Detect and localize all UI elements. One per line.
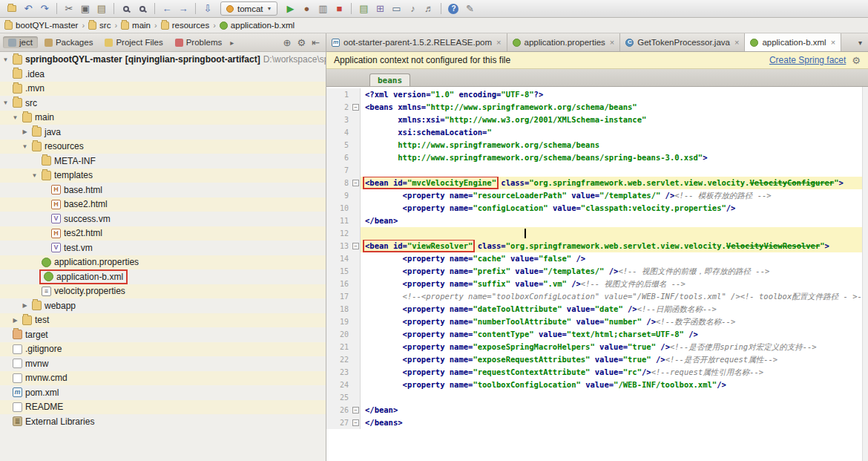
preview-icon[interactable]: ▭ <box>389 2 404 16</box>
code-line-12[interactable]: 12 <box>326 227 862 240</box>
code-line-17[interactable]: 17 <!--<property name="toolboxConfigLoca… <box>326 290 862 303</box>
overflow-chevron-icon[interactable]: ▸ <box>230 39 234 47</box>
breadcrumb-item-main[interactable]: main <box>121 21 151 30</box>
code-line-5[interactable]: 5 http://www.springframework.org/schema/… <box>326 139 862 151</box>
chevron-down-icon[interactable]: ▼ <box>1 56 10 63</box>
tree-root[interactable]: ▼ springbootQYL-master [qinyinglian-spri… <box>0 52 326 67</box>
tree-item-application-b-xml[interactable]: application-b.xml <box>0 269 326 284</box>
code-line-26[interactable]: 26−</bean> <box>326 404 862 416</box>
tree-item-application-properties[interactable]: application.properties <box>0 255 326 270</box>
macros-icon[interactable]: ♬ <box>421 2 436 16</box>
fold-icon[interactable]: − <box>352 407 359 413</box>
editor-tab-gettokenprocessor-java[interactable]: CGetTokenProcessor.java× <box>620 33 745 51</box>
cut-icon[interactable]: ✂ <box>62 2 76 16</box>
breadcrumb-item-resources[interactable]: resources <box>161 21 210 30</box>
close-icon[interactable]: × <box>831 38 835 47</box>
editor-tab-application-b-xml[interactable]: application-b.xml× <box>745 33 841 51</box>
code-line-2[interactable]: 2−<beans xmlns="http://www.springframewo… <box>326 101 862 114</box>
stop-icon[interactable]: ■ <box>332 2 346 16</box>
close-icon[interactable]: × <box>610 38 614 47</box>
debug-icon[interactable]: ● <box>299 2 314 16</box>
tree-item-resources[interactable]: ▼resources <box>0 140 326 154</box>
chevron-right-icon[interactable]: ▶ <box>21 128 29 135</box>
back-icon[interactable]: ← <box>160 2 174 16</box>
tree-item-gitignore[interactable]: .gitignore <box>0 342 326 357</box>
code-line-1[interactable]: 1<?xml version="1.0" encoding="UTF-8"?> <box>326 88 862 101</box>
editor-tab-oot-starter-parent-1-5-2-release-pom[interactable]: moot-starter-parent-1.5.2.RELEASE.pom× <box>326 33 507 51</box>
tree-item-pom-xml[interactable]: mpom.xml <box>0 385 326 400</box>
panel-tab-problems[interactable]: Problems <box>170 36 228 48</box>
code-line-7[interactable]: 7 <box>326 164 862 177</box>
fold-icon[interactable]: − <box>352 419 359 426</box>
coverage-icon[interactable]: ▥ <box>315 2 330 16</box>
panel-tab-ject[interactable]: ject <box>3 36 38 48</box>
scroll-from-source-icon[interactable]: ⊕ <box>283 37 292 48</box>
chevron-down-icon[interactable]: ▼ <box>30 172 39 179</box>
chevron-right-icon[interactable]: ▶ <box>11 317 19 324</box>
tree-item-webapp[interactable]: ▶webapp <box>0 298 326 313</box>
tree-item-base-html[interactable]: Hbase.html <box>0 183 326 197</box>
music-icon[interactable]: ♪ <box>405 2 420 16</box>
tree-item-mvnw-cmd[interactable]: mvnw.cmd <box>0 371 326 386</box>
tree-item-mvnw[interactable]: mvnw <box>0 356 326 371</box>
tree-item-readme[interactable]: README <box>0 400 326 415</box>
code-line-9[interactable]: 9 <property name="resourceLoaderPath" va… <box>326 189 862 202</box>
code-line-6[interactable]: 6 http://www.springframework.org/schema/… <box>326 151 862 164</box>
code-line-10[interactable]: 10 <property name="configLocation" value… <box>326 202 862 215</box>
tree-item-velocity-properties[interactable]: ≡velocity.properties <box>0 284 326 299</box>
code-line-21[interactable]: 21 <property name="exposeSpringMacroHelp… <box>326 341 862 353</box>
edit-config-icon[interactable]: ✎ <box>462 2 477 16</box>
code-line-14[interactable]: 14 <property name="cache" value="false" … <box>326 252 862 265</box>
tree-item-java[interactable]: ▶java <box>0 125 326 140</box>
code-line-24[interactable]: 24 <property name="toolboxConfigLocation… <box>326 379 862 391</box>
tree-item-mvn[interactable]: .mvn <box>0 82 326 97</box>
code-line-27[interactable]: 27−</beans> <box>326 416 862 429</box>
forward-icon[interactable]: → <box>176 2 191 16</box>
panel-tab-project-files[interactable]: Project Files <box>99 36 168 48</box>
panel-tab-packages[interactable]: Packages <box>39 36 99 48</box>
changes-icon[interactable]: ▤ <box>356 2 371 16</box>
code-line-4[interactable]: 4 xsi:schemaLocation=" <box>326 126 862 139</box>
tree-item-templates[interactable]: ▼templates <box>0 169 326 183</box>
code-line-22[interactable]: 22 <property name="exposeRequestAttribut… <box>326 353 862 366</box>
create-spring-facet-link[interactable]: Create Spring facet <box>769 55 846 65</box>
tree-item-tes2t-html[interactable]: Htes2t.html <box>0 226 326 241</box>
code-line-13[interactable]: 13−<bean id="viewResolver" class="org.sp… <box>326 240 862 252</box>
close-icon[interactable]: × <box>496 38 501 47</box>
breadcrumb-item-application-b-xml[interactable]: application-b.xml <box>220 21 295 30</box>
fold-icon[interactable]: − <box>352 243 359 249</box>
run-config-select[interactable]: tomcat▼ <box>220 1 277 16</box>
code-line-3[interactable]: 3 xmlns:xsi="http://www.w3.org/2001/XMLS… <box>326 114 862 126</box>
tree-item-test[interactable]: ▶test <box>0 313 326 328</box>
chevron-down-icon[interactable]: ▼ <box>21 143 29 150</box>
tree-item-base2-html[interactable]: Hbase2.html <box>0 197 326 212</box>
tree-item-external-libraries[interactable]: ≣External Libraries <box>0 414 326 429</box>
code-line-11[interactable]: 11</bean> <box>326 215 862 227</box>
code-line-8[interactable]: 8−<bean id="mvcVelocityEngine" class="or… <box>326 177 862 189</box>
copy-icon[interactable]: ▣ <box>78 2 93 16</box>
code-line-15[interactable]: 15 <property name="prefix" value="/templ… <box>326 265 862 278</box>
chevron-down-icon[interactable]: ▼ <box>11 114 19 121</box>
open-icon[interactable] <box>4 2 19 16</box>
undo-icon[interactable]: ↶ <box>21 2 36 16</box>
breadcrumb-item-bootqyl-master[interactable]: bootQYL-master <box>4 21 78 30</box>
chevron-down-icon[interactable]: ▼ <box>1 99 10 106</box>
tree-item-main[interactable]: ▼main <box>0 111 326 125</box>
code-line-16[interactable]: 16 <property name="suffix" value=".vm" /… <box>326 278 862 290</box>
help-icon[interactable]: ? <box>448 4 458 14</box>
update-project-icon[interactable]: ⇩ <box>200 2 215 16</box>
code-line-20[interactable]: 20 <property name="contentType" value="t… <box>326 328 862 341</box>
structure-tab-beans[interactable]: beans <box>369 73 410 86</box>
tree-item-src[interactable]: ▼src <box>0 96 326 111</box>
tree-item-idea[interactable]: .idea <box>0 67 326 82</box>
tree-item-meta-inf[interactable]: META-INF <box>0 154 326 169</box>
paste-icon[interactable]: ▤ <box>94 2 109 16</box>
banner-settings-gear-icon[interactable]: ⚙ <box>852 55 861 66</box>
run-icon[interactable]: ▶ <box>283 2 297 16</box>
code-line-23[interactable]: 23 <property name="requestContextAttribu… <box>326 366 862 379</box>
close-icon[interactable]: × <box>734 38 739 47</box>
editor-scrollbar[interactable] <box>862 87 868 461</box>
fold-icon[interactable]: − <box>352 104 359 111</box>
editor-tab-application-properties[interactable]: application.properties× <box>507 33 621 51</box>
tree-item-target[interactable]: target <box>0 327 326 342</box>
